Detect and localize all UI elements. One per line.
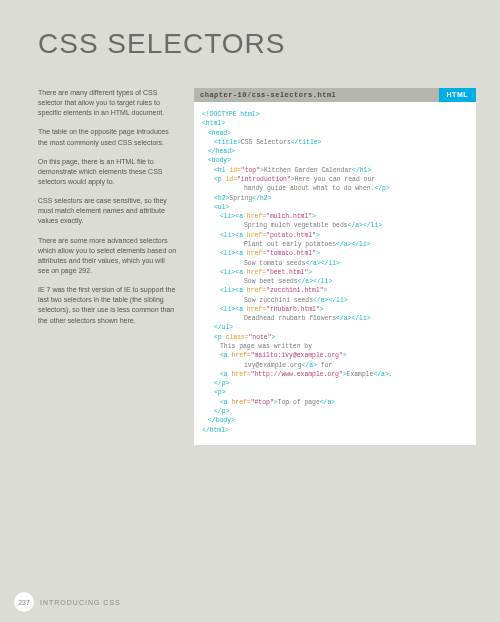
intro-para: CSS selectors are case sensitive, so the… — [38, 196, 178, 226]
code-value: "beet.html" — [266, 269, 308, 276]
code-token: </head> — [208, 148, 235, 155]
chapter-label: INTRODUCING CSS — [40, 599, 121, 606]
code-value: "zucchini.html" — [266, 287, 324, 294]
code-token: <a — [220, 399, 232, 406]
code-token: <a — [235, 306, 247, 313]
intro-para: There are many different types of CSS se… — [38, 88, 178, 118]
content-row: There are many different types of CSS se… — [0, 60, 500, 445]
code-token: </a> — [313, 297, 328, 304]
code-token: </html> — [202, 427, 229, 434]
code-path: chapter-10/css-selectors.html — [194, 88, 439, 102]
code-token: </title> — [291, 139, 322, 146]
code-token: </li> — [351, 315, 370, 322]
code-value: "mulch.html" — [266, 213, 312, 220]
code-token: > — [320, 306, 324, 313]
code-token: <a — [235, 287, 247, 294]
code-value: "introduction" — [237, 176, 291, 183]
code-token: > — [324, 287, 328, 294]
code-token: <ul> — [214, 204, 229, 211]
code-text: Deadhead rhubarb flowers — [244, 315, 336, 322]
code-token: <h2> — [214, 195, 229, 202]
code-value: "note" — [249, 334, 272, 341]
code-token: > — [308, 269, 312, 276]
code-text: Sow tomato seeds — [244, 260, 305, 267]
code-token: </a> — [305, 260, 320, 267]
code-attr: id= — [226, 176, 238, 183]
intro-column: There are many different types of CSS se… — [38, 88, 178, 445]
code-value: "top" — [241, 167, 260, 174]
code-token: </li> — [363, 222, 382, 229]
code-token: <html> — [202, 120, 225, 127]
code-attr: id= — [229, 167, 241, 174]
code-text: ivy@example.org — [244, 362, 302, 369]
code-token: > — [316, 250, 320, 257]
code-token: </p> — [374, 185, 389, 192]
code-value: "tomato.html" — [266, 250, 316, 257]
code-header: chapter-10/css-selectors.html HTML — [194, 88, 476, 102]
code-token: </a> — [320, 399, 335, 406]
code-token: <a — [235, 232, 247, 239]
code-token: <a — [220, 371, 232, 378]
code-text: CSS Selectors — [241, 139, 291, 146]
code-token: </h1> — [352, 167, 371, 174]
code-token: </a> — [298, 278, 313, 285]
intro-para: IE 7 was the first version of IE to supp… — [38, 285, 178, 326]
code-attr: href= — [247, 306, 266, 313]
code-token: <a — [235, 250, 247, 257]
code-attr: href= — [247, 287, 266, 294]
code-token: </a> — [302, 362, 317, 369]
code-attr: class= — [226, 334, 249, 341]
code-text: handy guide about what to do when. — [244, 185, 374, 192]
code-attr: href= — [247, 213, 266, 220]
code-token: <li> — [220, 232, 235, 239]
code-token: </li> — [321, 260, 340, 267]
code-text: Kitchen Garden Calendar — [264, 167, 352, 174]
code-text: Here you can read our — [295, 176, 376, 183]
code-token: <li> — [220, 287, 235, 294]
code-token: </li> — [351, 241, 370, 248]
code-value: "potato.html" — [266, 232, 316, 239]
code-text: Spring — [229, 195, 252, 202]
code-text: Plant out early potatoes — [244, 241, 336, 248]
code-attr: href= — [232, 399, 251, 406]
code-text: Example — [347, 371, 374, 378]
code-token: <h1 — [214, 167, 229, 174]
intro-para: The table on the opposite page introduce… — [38, 127, 178, 147]
code-value: "http://www.example.org" — [251, 371, 343, 378]
code-text: This page was written by — [220, 343, 312, 350]
intro-para: There are some more advanced selectors w… — [38, 236, 178, 277]
code-token: > — [343, 352, 347, 359]
code-value: "rhubarb.html" — [266, 306, 320, 313]
code-token: <body> — [208, 157, 231, 164]
code-token: > — [272, 334, 276, 341]
page-footer: 237 INTRODUCING CSS — [14, 592, 121, 612]
code-body: <!DOCTYPE html> <html> <head> <title>CSS… — [194, 102, 476, 445]
code-token: </ul> — [214, 324, 233, 331]
code-text: Top of page — [278, 399, 320, 406]
code-token: <li> — [220, 306, 235, 313]
code-lang-badge: HTML — [439, 88, 476, 102]
code-attr: href= — [247, 250, 266, 257]
code-token: <a — [235, 269, 247, 276]
code-token: <head> — [208, 130, 231, 137]
code-token: <p — [214, 334, 226, 341]
code-text: Spring mulch vegetable beds — [244, 222, 348, 229]
code-token: <a — [235, 213, 247, 220]
code-panel: chapter-10/css-selectors.html HTML <!DOC… — [194, 88, 476, 445]
code-text: . — [389, 371, 393, 378]
code-token: </p> — [214, 380, 229, 387]
code-token: <!DOCTYPE html> — [202, 111, 260, 118]
code-text: Sow zucchini seeds — [244, 297, 313, 304]
code-token: <p — [214, 176, 226, 183]
code-text: Sow beet seeds — [244, 278, 298, 285]
code-token: <li> — [220, 250, 235, 257]
code-text: for — [317, 362, 332, 369]
code-token: <p> — [214, 389, 226, 396]
code-token: </a> — [336, 315, 351, 322]
code-token: <title> — [214, 139, 241, 146]
code-attr: href= — [247, 232, 266, 239]
code-token: </a> — [336, 241, 351, 248]
code-token: <li> — [220, 269, 235, 276]
code-token: </a> — [373, 371, 388, 378]
code-token: <a — [220, 352, 232, 359]
